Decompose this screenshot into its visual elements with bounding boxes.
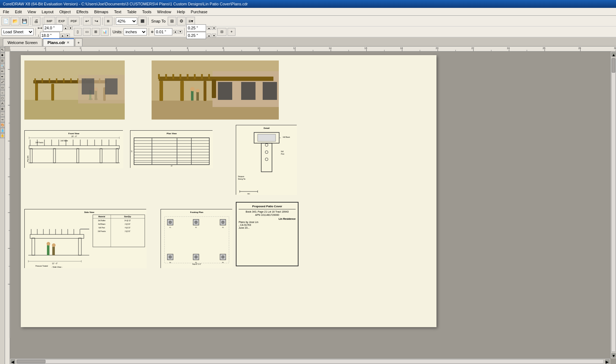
menu-object[interactable]: Object [56,9,73,15]
dimension-tool[interactable]: ↔ [0,112,5,117]
pdf-button[interactable]: PDF [68,17,80,25]
open-button[interactable]: 📂 [11,17,19,25]
menu-table[interactable]: Table [124,9,139,15]
menu-layout[interactable]: Layout [39,9,56,15]
scrollable-canvas[interactable]: Front View [10,52,616,364]
connector-tool[interactable]: ⊸ [0,117,5,122]
svg-text:2x6 Rafter: 2x6 Rafter [98,220,106,222]
landscape-button[interactable]: ▭ [83,28,91,36]
nudge-up-button[interactable]: ▲ [173,30,177,34]
ellipse-tool[interactable]: ○ [0,90,5,95]
artistic-tool[interactable]: 🖊 [0,79,5,84]
options-button[interactable]: ≡▾ [186,17,195,25]
svg-text:20' - 0": 20' - 0" [71,135,77,137]
snap-x-input[interactable] [186,24,206,31]
menu-window[interactable]: Window [154,9,174,15]
zoom-select[interactable]: 42% 25% 50% 75% 100% [116,18,137,25]
v-scrollbar[interactable]: ▲ ▼ [610,52,616,358]
units-select[interactable]: inches cm mm [124,28,147,35]
h-scrollbar[interactable]: ◀ ▶ [10,358,610,364]
height-down-button[interactable]: ▼ [66,34,70,37]
settings-button[interactable]: ⚙ [177,17,186,25]
svg-text:F2: F2 [195,227,197,228]
svg-text:26: 26 [543,47,545,50]
separator-4 [102,17,102,25]
menu-help[interactable]: Help [174,9,188,15]
page-width-input[interactable] [43,24,63,31]
new-button[interactable]: 📄 [1,17,10,25]
tab-welcome-screen[interactable]: Welcome Screen [3,38,42,46]
menu-text[interactable]: Text [111,9,124,15]
menu-tools[interactable]: Tools [139,9,154,15]
smart-draw-tool[interactable]: ✒ [0,74,5,79]
add-page-button[interactable]: + [228,28,235,36]
rect-tool[interactable]: ▭ [0,85,5,90]
tab-close-icon[interactable]: ✕ [67,41,70,44]
snap-x-up-button[interactable]: ▲ [207,26,211,30]
print-button[interactable]: 🖨 [32,17,40,25]
menu-effects[interactable]: Effects [73,9,91,15]
scroll-right-button[interactable]: ▶ [605,359,610,364]
dropper-tool[interactable]: 💧 [0,128,5,133]
h-scroll-track[interactable] [16,359,604,364]
svg-text:10: 10 [257,47,260,50]
width-down-button[interactable]: ▼ [68,26,73,30]
menu-purchase[interactable]: Purchase [188,9,210,15]
all-pages-button[interactable]: ⊞ [92,28,100,36]
polygon-tool[interactable]: ⬡ [0,96,5,101]
select-all-button[interactable]: ⊠ [104,17,113,25]
svg-rect-99 [204,81,206,101]
svg-text:22: 22 [471,47,474,50]
nudge-input[interactable] [154,28,172,35]
menu-view[interactable]: View [25,9,39,15]
zoom-fit-button[interactable]: ⬛ [138,17,147,25]
tab-plans-cdr[interactable]: Plans.cdr ✕ [43,38,75,46]
document-page: Front View [21,55,436,327]
width-up-button[interactable]: ▲ [63,26,68,30]
import-button[interactable]: IMP [44,17,55,25]
svg-rect-211 [52,247,55,255]
portrait-button[interactable]: ▯ [74,28,82,36]
freehand-tool[interactable]: ✏ [0,69,5,74]
svg-text:6: 6 [187,47,188,50]
v-scroll-track[interactable] [611,58,616,352]
transform-tool[interactable]: ✱ [0,53,5,58]
svg-text:F6: F6 [222,262,224,263]
chart-button[interactable]: 📊 [101,28,109,36]
zoom-tool[interactable]: 🔍 [0,63,5,68]
export-button[interactable]: EXP [56,17,67,25]
svg-text:4x8 Beam: 4x8 Beam [98,223,106,225]
menu-edit[interactable]: Edit [12,9,25,15]
pan-tool[interactable]: ✋ [0,133,5,138]
svg-rect-111 [263,82,277,100]
snap-y-input[interactable] [186,32,206,39]
fill-tool[interactable]: 🎨 [0,122,5,127]
snap-y-down-button[interactable]: ▼ [212,34,216,37]
crop-tool[interactable]: ⊡ [0,58,5,63]
scroll-down-button[interactable]: ▼ [611,353,616,358]
svg-rect-114 [196,92,199,101]
table-tool[interactable]: ⊞ [0,106,5,111]
height-up-button[interactable]: ▲ [61,34,65,37]
scroll-up-button[interactable]: ▲ [611,52,616,57]
snap-y-up-button[interactable]: ▲ [207,34,211,37]
redo-button[interactable]: ↪ [92,17,101,25]
snap-button[interactable]: ⊞ [168,17,176,25]
snap-grid-button[interactable]: ⊟ [217,28,226,36]
sheet-select[interactable]: Load Sheet [1,28,34,35]
menu-file[interactable]: File [0,9,12,15]
save-button[interactable]: 💾 [20,17,29,25]
text-tool[interactable]: A [0,101,5,106]
h-scroll-thumb[interactable] [17,360,46,363]
v-scroll-thumb[interactable] [612,58,615,73]
menu-bitmaps[interactable]: Bitmaps [91,9,111,15]
scroll-left-button[interactable]: ◀ [11,359,15,364]
snap-x-down-button[interactable]: ▼ [212,26,216,30]
tab-add-button[interactable]: + [75,38,82,46]
page-height-input[interactable] [40,32,60,39]
undo-button[interactable]: ↩ [83,17,91,25]
svg-text:F3: F3 [222,227,224,228]
nudge-down-button[interactable]: ▼ [178,30,182,34]
select-tool[interactable]: ↖ [0,47,5,52]
svg-text:2: 2 [115,47,117,50]
